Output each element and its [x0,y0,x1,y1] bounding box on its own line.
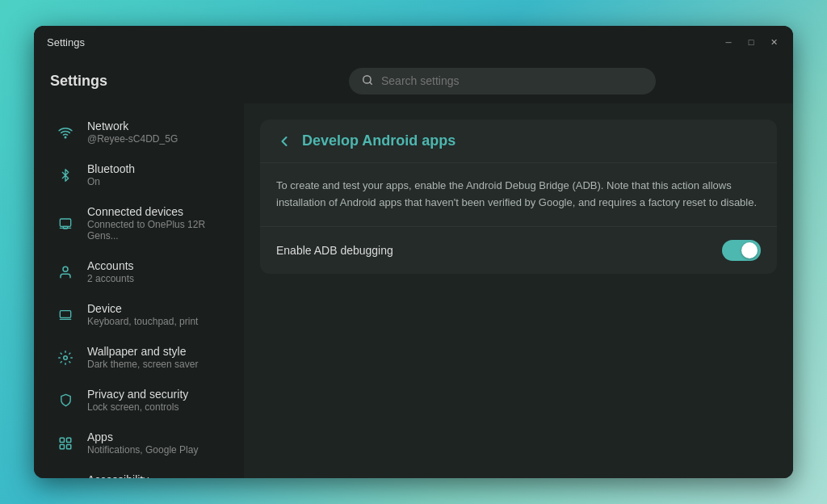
close-button[interactable] [767,36,780,48]
sidebar: Network @Reyee-sC4DD_5G Bluetooth On [34,103,244,478]
sidebar-item-text-network: Network @Reyee-sC4DD_5G [87,120,178,145]
sidebar-item-label-accessibility: Accessibility [87,473,211,478]
title-bar: Settings [34,26,793,58]
info-text: To create and test your apps, enable the… [276,178,761,212]
sidebar-item-sub-accounts: 2 accounts [87,273,134,284]
svg-point-6 [63,267,68,271]
window-inner: Settings [34,58,793,478]
svg-rect-3 [60,219,70,226]
search-bar [228,68,777,94]
sidebar-item-label-privacy: Privacy and security [87,388,188,401]
bluetooth-icon [57,166,74,184]
sidebar-item-bluetooth[interactable]: Bluetooth On [40,154,237,195]
sidebar-item-label-apps: Apps [87,430,198,443]
card-header: Develop Android apps [260,120,777,163]
sidebar-item-device[interactable]: Device Keyboard, touchpad, print [40,294,237,335]
sidebar-item-text-accessibility: Accessibility Screen reader, magnificati… [87,473,211,478]
device-icon [57,306,74,324]
back-button[interactable] [276,133,292,149]
window-controls [722,36,780,48]
sidebar-item-apps[interactable]: Apps Notifications, Google Play [40,422,237,464]
svg-rect-10 [60,438,64,442]
sidebar-item-label-bluetooth: Bluetooth [87,162,135,175]
sidebar-item-network[interactable]: Network @Reyee-sC4DD_5G [40,111,237,153]
top-bar: Settings [34,58,793,103]
sidebar-item-wallpaper[interactable]: Wallpaper and style Dark theme, screen s… [40,337,237,378]
sidebar-item-accessibility[interactable]: Accessibility Screen reader, magnificati… [40,465,237,478]
sidebar-item-label-wallpaper: Wallpaper and style [87,345,198,358]
search-input[interactable] [381,74,643,87]
sidebar-item-sub-wallpaper: Dark theme, screen saver [87,359,198,370]
sidebar-item-sub-connected: Connected to OnePlus 12R Gens... [87,219,221,242]
sidebar-item-sub-network: @Reyee-sC4DD_5G [87,133,178,145]
setting-row-adb: Enable ADB debugging [260,227,777,274]
sidebar-item-text-accounts: Accounts 2 accounts [87,259,134,284]
sidebar-item-text-connected: Connected devices Connected to OnePlus 1… [87,205,221,242]
sidebar-item-label-accounts: Accounts [87,259,134,272]
search-input-wrap[interactable] [349,68,656,94]
privacy-icon [57,392,74,410]
sidebar-item-sub-privacy: Lock screen, controls [87,401,188,413]
adb-toggle[interactable] [722,240,761,261]
adb-label: Enable ADB debugging [276,244,393,257]
page-title: Develop Android apps [302,132,455,149]
sidebar-item-connected-devices[interactable]: Connected devices Connected to OnePlus 1… [40,197,237,250]
info-box: To create and test your apps, enable the… [260,163,777,227]
svg-line-1 [370,82,372,84]
search-icon [362,74,373,88]
sidebar-item-text-privacy: Privacy and security Lock screen, contro… [87,388,188,413]
sidebar-item-sub-apps: Notifications, Google Play [87,444,198,456]
sidebar-item-label-connected: Connected devices [87,205,221,218]
svg-point-2 [65,136,66,138]
accounts-icon [57,263,74,281]
window-title: Settings [47,36,85,48]
sidebar-item-text-apps: Apps Notifications, Google Play [87,430,198,456]
svg-rect-13 [67,444,71,448]
maximize-button[interactable] [745,36,758,48]
toggle-thumb [741,242,758,258]
sidebar-item-accounts[interactable]: Accounts 2 accounts [40,251,237,292]
sidebar-item-text-bluetooth: Bluetooth On [87,162,135,187]
app-title: Settings [50,73,228,90]
sidebar-item-sub-bluetooth: On [87,176,135,187]
svg-rect-12 [60,444,64,448]
accessibility-icon [57,477,74,479]
main-panel: Develop Android apps To create and test … [244,103,793,478]
sidebar-item-text-wallpaper: Wallpaper and style Dark theme, screen s… [87,345,198,370]
wifi-icon [57,124,74,141]
wallpaper-icon [57,349,74,367]
content-card: Develop Android apps To create and test … [260,120,777,274]
sidebar-item-text-device: Device Keyboard, touchpad, print [87,302,198,327]
sidebar-item-sub-device: Keyboard, touchpad, print [87,316,198,327]
sidebar-item-privacy[interactable]: Privacy and security Lock screen, contro… [40,380,237,421]
minimize-button[interactable] [722,36,735,48]
connected-devices-icon [57,215,74,233]
svg-rect-11 [67,438,71,442]
apps-icon [57,435,74,452]
svg-point-9 [64,355,68,359]
svg-rect-7 [60,310,70,317]
main-content: Network @Reyee-sC4DD_5G Bluetooth On [34,103,793,478]
sidebar-item-label-device: Device [87,302,198,315]
settings-window: Settings Settings [34,26,793,478]
sidebar-item-label-network: Network [87,120,178,132]
